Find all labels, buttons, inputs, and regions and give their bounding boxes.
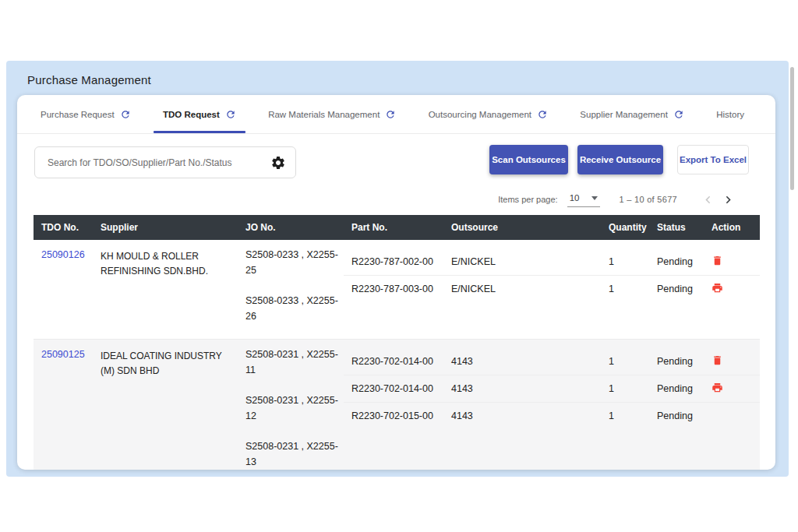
tab-label: Outsourcing Management bbox=[429, 110, 531, 119]
refresh-icon[interactable] bbox=[225, 109, 236, 120]
jo-no-entry: S2508-0233 , X2255-25 bbox=[245, 247, 342, 278]
app-window: Purchase Management Purchase Request TDO… bbox=[0, 0, 798, 532]
tab-tdo-request[interactable]: TDO Request bbox=[163, 95, 236, 133]
tab-purchase-request[interactable]: Purchase Request bbox=[41, 95, 131, 133]
quantity-cell: 1 bbox=[601, 356, 644, 367]
export-to-excel-button[interactable]: Export To Excel bbox=[677, 145, 749, 174]
tdo-no-cell: 25090125 bbox=[34, 340, 94, 470]
part-no-cell: R2230-702-014-00 bbox=[344, 356, 443, 367]
outsource-cell: E/NICKEL bbox=[443, 256, 601, 267]
items-per-page-select[interactable]: 10 bbox=[567, 192, 601, 207]
tab-supplier-management[interactable]: Supplier Management bbox=[580, 95, 684, 133]
jo-no-entry: S2508-0231 , X2255-13 bbox=[245, 439, 342, 470]
quantity-cell: 1 bbox=[601, 383, 644, 394]
supplier-name: IDEAL COATING INDUSTRY (M) SDN BHD bbox=[101, 349, 238, 379]
table-row: 25090126 KH MOULD & ROLLER REFINISHING S… bbox=[34, 240, 760, 339]
part-row: R2230-702-014-00 4143 1 Pending bbox=[344, 347, 760, 375]
items-per-page-value: 10 bbox=[570, 193, 580, 203]
table-row: 25090125 IDEAL COATING INDUSTRY (M) SDN … bbox=[34, 339, 760, 470]
active-tab-indicator bbox=[154, 131, 245, 133]
vertical-scrollbar-thumb[interactable] bbox=[790, 67, 794, 190]
delete-icon[interactable] bbox=[711, 354, 724, 366]
tab-raw-materials-management[interactable]: Raw Materials Management bbox=[268, 95, 396, 133]
tab-outsourcing-management[interactable]: Outsourcing Management bbox=[429, 95, 548, 133]
parts-group: R2230-702-014-00 4143 1 Pending R2230-70… bbox=[344, 340, 760, 470]
part-row: R2230-787-002-00 E/NICKEL 1 Pending bbox=[344, 248, 760, 275]
jo-no-cell: S2508-0231 , X2255-11S2508-0231 , X2255-… bbox=[239, 340, 344, 470]
tdo-no-link[interactable]: 25090126 bbox=[41, 249, 85, 260]
tab-history[interactable]: History bbox=[716, 95, 744, 133]
outsource-cell: 4143 bbox=[443, 383, 601, 394]
part-row: R2230-787-003-00 E/NICKEL 1 Pending bbox=[344, 275, 760, 302]
action-cell bbox=[699, 254, 760, 269]
status-cell: Pending bbox=[644, 256, 699, 267]
supplier-cell: IDEAL COATING INDUSTRY (M) SDN BHD bbox=[94, 340, 239, 470]
quantity-cell: 1 bbox=[601, 410, 644, 421]
outsource-cell: 4143 bbox=[443, 356, 601, 367]
tab-label: Supplier Management bbox=[580, 110, 668, 119]
jo-no-entry: S2508-0233 , X2255-26 bbox=[245, 293, 342, 324]
pagination-range: 1 – 10 of 5677 bbox=[619, 195, 677, 204]
part-row: R2230-702-014-00 4143 1 Pending bbox=[344, 375, 760, 402]
status-cell: Pending bbox=[644, 284, 699, 294]
column-header-jo-no: JO No. bbox=[239, 222, 344, 233]
search-box bbox=[34, 146, 296, 178]
outsource-cell: 4143 bbox=[443, 410, 601, 421]
column-header-action: Action bbox=[699, 222, 760, 233]
scan-outsources-button[interactable]: Scan Outsources bbox=[489, 145, 568, 174]
supplier-cell: KH MOULD & ROLLER REFINISHING SDN.BHD. bbox=[94, 240, 239, 339]
column-header-status: Status bbox=[644, 222, 699, 233]
refresh-icon[interactable] bbox=[673, 109, 684, 120]
column-header-supplier: Supplier bbox=[94, 222, 239, 233]
part-no-cell: R2230-787-003-00 bbox=[344, 284, 443, 294]
column-header-quantity: Quantity bbox=[601, 222, 644, 233]
supplier-name: KH MOULD & ROLLER REFINISHING SDN.BHD. bbox=[101, 249, 238, 279]
receive-outsource-button[interactable]: Receive Outsource bbox=[577, 145, 663, 174]
items-per-page-label: Items per page: bbox=[498, 195, 557, 204]
print-icon[interactable] bbox=[711, 382, 724, 394]
app-background: Purchase Management Purchase Request TDO… bbox=[6, 61, 789, 477]
status-cell: Pending bbox=[644, 410, 699, 421]
tdo-no-link[interactable]: 25090125 bbox=[41, 349, 85, 360]
tab-bar: Purchase Request TDO Request Raw Materia… bbox=[17, 95, 775, 134]
delete-icon[interactable] bbox=[711, 254, 724, 266]
table-body: 25090126 KH MOULD & ROLLER REFINISHING S… bbox=[34, 240, 760, 470]
caret-down-icon bbox=[591, 196, 598, 200]
jo-no-entry: S2508-0231 , X2255-12 bbox=[245, 393, 342, 424]
part-row: R2230-702-015-00 4143 1 Pending bbox=[344, 402, 760, 429]
action-cell bbox=[699, 382, 760, 396]
action-cell bbox=[699, 282, 760, 297]
refresh-icon[interactable] bbox=[120, 109, 131, 120]
parts-group: R2230-787-002-00 E/NICKEL 1 Pending R223… bbox=[344, 240, 760, 339]
tab-label: History bbox=[716, 110, 744, 119]
chevron-right-icon[interactable] bbox=[718, 189, 738, 210]
column-header-outsource: Outsource bbox=[443, 222, 601, 233]
tab-label: TDO Request bbox=[163, 110, 220, 119]
tdo-no-cell: 25090126 bbox=[34, 240, 94, 339]
pagination: Items per page: 10 1 – 10 of 5677 bbox=[498, 189, 738, 210]
tab-label: Purchase Request bbox=[41, 110, 115, 119]
print-icon[interactable] bbox=[711, 282, 724, 294]
page-title: Purchase Management bbox=[27, 73, 151, 86]
quantity-cell: 1 bbox=[601, 256, 644, 267]
tab-label: Raw Materials Management bbox=[268, 110, 380, 119]
refresh-icon[interactable] bbox=[537, 109, 548, 120]
quantity-cell: 1 bbox=[601, 284, 644, 294]
outsource-cell: E/NICKEL bbox=[443, 284, 601, 294]
search-input[interactable] bbox=[35, 147, 265, 178]
settings-icon[interactable] bbox=[270, 154, 287, 171]
tdo-table: TDO No. Supplier JO No. Part No. Outsour… bbox=[34, 215, 760, 470]
action-cell bbox=[699, 354, 760, 368]
column-header-part-no: Part No. bbox=[344, 222, 443, 233]
jo-no-cell: S2508-0233 , X2255-25S2508-0233 , X2255-… bbox=[239, 240, 344, 339]
status-cell: Pending bbox=[644, 356, 699, 367]
jo-no-entry: S2508-0231 , X2255-11 bbox=[245, 347, 342, 378]
refresh-icon[interactable] bbox=[385, 109, 396, 120]
status-cell: Pending bbox=[644, 383, 699, 394]
table-header: TDO No. Supplier JO No. Part No. Outsour… bbox=[34, 215, 760, 240]
chevron-left-icon bbox=[697, 189, 718, 210]
part-no-cell: R2230-702-014-00 bbox=[344, 383, 443, 394]
part-no-cell: R2230-787-002-00 bbox=[344, 256, 443, 267]
part-no-cell: R2230-702-015-00 bbox=[344, 410, 443, 421]
content-card: Purchase Request TDO Request Raw Materia… bbox=[17, 95, 775, 470]
